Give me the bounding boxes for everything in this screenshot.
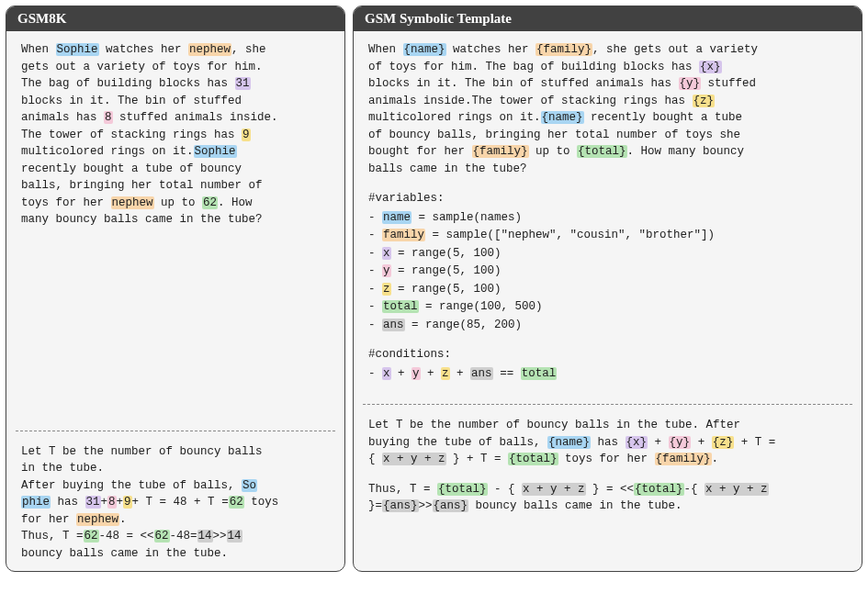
text: + T =	[734, 436, 775, 449]
text: has	[51, 496, 85, 509]
var-def: = range(5, 100)	[391, 264, 502, 277]
cond-ans: ans	[470, 367, 493, 380]
condition-row: - x + y + z + ans == total	[368, 365, 847, 383]
z-highlight: 9	[242, 129, 251, 141]
text: of toys for him. The bag of building blo…	[368, 61, 699, 73]
text: up to	[154, 196, 203, 209]
text: -48=	[170, 530, 197, 543]
ans-placeholder: {ans}	[382, 499, 419, 512]
y-highlight: 8	[107, 496, 117, 509]
text: of bouncy balls, bringing her total numb…	[368, 127, 847, 144]
text: } = <<	[586, 483, 635, 496]
text: } + T =	[446, 453, 509, 465]
family-highlight: nephew	[111, 196, 154, 209]
var-z: z	[382, 283, 391, 296]
text: blocks in it. The bin of stuffed	[21, 93, 330, 110]
total-highlight: 62	[154, 530, 170, 543]
text: Let T be the number of bouncy balls in t…	[368, 417, 847, 434]
y-highlight: 8	[104, 111, 113, 124]
divider	[363, 404, 852, 405]
text: - {	[488, 483, 523, 496]
text: recently bought a tube of bouncy	[21, 161, 330, 178]
text: After buying the tube of balls,	[21, 479, 242, 492]
x-placeholder: {x}	[626, 436, 648, 449]
cond-x: x	[382, 367, 391, 380]
text: , she gets out a variety	[592, 43, 758, 56]
text: +	[391, 367, 412, 380]
z-placeholder: {z}	[712, 436, 735, 449]
text: Thus, T =	[21, 530, 84, 543]
gsm-symbolic-question: When {name} watches her {family}, she ge…	[354, 31, 862, 404]
var-y: y	[382, 264, 391, 277]
text: }=	[368, 499, 382, 512]
cond-y: y	[411, 367, 421, 380]
text: buying the tube of balls,	[368, 436, 547, 449]
text: stuffed	[701, 77, 756, 90]
var-row: - ans = range(85, 200)	[368, 317, 847, 334]
family-placeholder: {family}	[655, 453, 712, 465]
text: . How	[218, 196, 253, 209]
name-placeholder: {name}	[547, 436, 591, 449]
total-highlight: 62	[229, 496, 244, 509]
text: toys for her	[558, 453, 655, 465]
text: blocks in it. The bin of stuffed animals…	[368, 77, 679, 90]
gsm8k-solution: Let T be the number of bouncy balls in t…	[6, 433, 344, 572]
ans-placeholder: {ans}	[433, 499, 469, 512]
text: Thus, T =	[368, 483, 437, 496]
xyz-expr: x + y + z	[382, 453, 446, 465]
text: for her	[21, 513, 76, 526]
var-total: total	[382, 300, 419, 313]
text: bought for her	[368, 145, 472, 158]
gsm-symbolic-title: GSM Symbolic Template	[354, 6, 862, 31]
text: multicolored rings on it.	[21, 145, 194, 158]
text: has	[591, 436, 626, 449]
gsm-symbolic-panel: GSM Symbolic Template When {name} watche…	[353, 6, 862, 572]
text: +	[648, 436, 669, 449]
family-highlight: nephew	[188, 43, 231, 56]
ans-highlight: 14	[227, 530, 242, 543]
text: {	[368, 453, 382, 465]
xyz-expr: x + y + z	[522, 483, 586, 496]
text: bouncy balls came in the tube.	[468, 499, 682, 512]
var-x: x	[382, 247, 391, 260]
name-highlight: So	[242, 479, 257, 492]
var-row: - name = sample(names)	[368, 209, 847, 227]
total-placeholder: {total}	[437, 483, 488, 496]
x-placeholder: {x}	[699, 61, 722, 73]
gsm8k-title: GSM8K	[6, 6, 344, 31]
text: animals inside.The tower of stacking rin…	[368, 95, 693, 107]
text: watches her	[446, 43, 536, 56]
text: +	[117, 496, 124, 509]
text: +	[450, 367, 471, 380]
text: balls came in the tube?	[368, 161, 847, 178]
text: .	[712, 453, 719, 465]
x-highlight: 31	[85, 496, 101, 509]
gsm8k-panel: GSM8K When Sophie watches her nephew, sh…	[6, 6, 345, 572]
family-highlight: nephew	[76, 513, 119, 526]
variables-header: #variables:	[368, 190, 847, 207]
total-placeholder: {total}	[577, 145, 627, 158]
text: in the tube.	[21, 460, 330, 477]
total-highlight: 62	[202, 196, 218, 209]
conditions-header: #conditions:	[368, 346, 847, 364]
name-placeholder: {name}	[541, 111, 584, 124]
text: bouncy balls came in the tube.	[21, 545, 330, 563]
name-highlight: Sophie	[194, 145, 237, 158]
y-placeholder: {y}	[669, 436, 692, 449]
text: .	[119, 513, 127, 526]
var-ans: ans	[382, 319, 405, 331]
divider	[16, 431, 335, 431]
family-placeholder: {family}	[535, 43, 592, 56]
text: +	[101, 496, 108, 509]
var-row: - total = range(100, 500)	[368, 298, 847, 316]
var-row: - x = range(5, 100)	[368, 245, 847, 263]
text: gets out a variety of toys for him.	[21, 59, 330, 76]
name-placeholder: {name}	[403, 43, 446, 56]
text: -	[368, 367, 382, 380]
x-highlight: 31	[235, 77, 251, 90]
var-def: = range(5, 100)	[391, 283, 502, 296]
text: toys	[244, 496, 279, 509]
name-highlight: Sophie	[56, 43, 99, 56]
xyz-expr: x + y + z	[705, 483, 769, 496]
total-placeholder: {total}	[634, 483, 684, 496]
